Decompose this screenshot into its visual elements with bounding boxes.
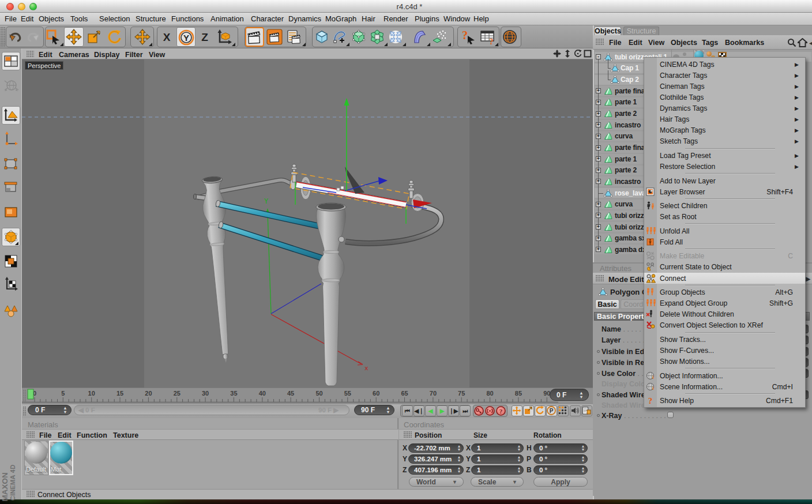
svg-text:40: 40	[259, 390, 266, 397]
svg-text:60: 60	[373, 390, 379, 397]
svg-text:?: ?	[648, 396, 653, 405]
svg-text:50: 50	[315, 390, 322, 397]
svg-text:?: ?	[462, 29, 468, 42]
svg-text:85: 85	[515, 390, 522, 397]
svg-text:25: 25	[174, 390, 181, 397]
svg-text:80: 80	[486, 390, 493, 397]
svg-text:45: 45	[287, 390, 294, 397]
svg-text:15: 15	[116, 390, 123, 397]
svg-text:X: X	[163, 31, 171, 43]
svg-text:20: 20	[145, 390, 152, 397]
svg-text:30: 30	[202, 390, 209, 397]
svg-text:Y: Y	[183, 33, 189, 43]
svg-text:x: x	[364, 365, 369, 372]
svg-text:?: ?	[499, 408, 503, 415]
svg-text:?: ?	[490, 37, 494, 45]
svg-text:Y: Y	[264, 198, 268, 206]
svg-text:5: 5	[61, 390, 65, 397]
svg-text:P: P	[550, 408, 554, 414]
svg-text:65: 65	[401, 390, 408, 397]
svg-text:70: 70	[430, 390, 437, 397]
svg-text:35: 35	[230, 390, 237, 397]
svg-text:10: 10	[88, 390, 95, 397]
svg-text:75: 75	[458, 390, 465, 397]
svg-text:Z: Z	[201, 31, 208, 43]
svg-text:55: 55	[344, 390, 351, 397]
